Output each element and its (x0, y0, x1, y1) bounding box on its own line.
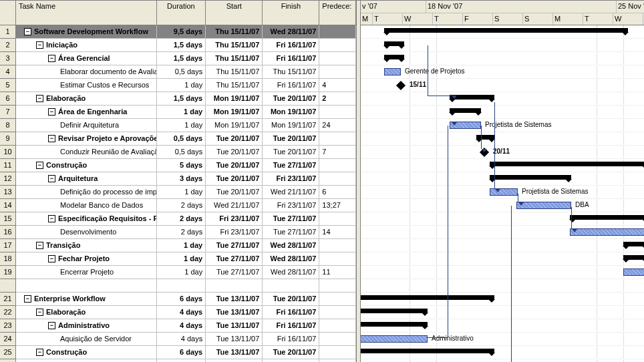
task-row[interactable]: Conduzir Reunião de Avaliaçã0,5 daysTue … (16, 146, 356, 159)
task-bar[interactable] (490, 188, 518, 196)
summary-bar[interactable] (623, 255, 644, 260)
collapse-toggle[interactable]: − (48, 175, 55, 182)
cell-pred[interactable] (319, 239, 356, 252)
cell-start[interactable]: Tue 27/11/07 (206, 252, 263, 265)
task-row[interactable]: −Fechar Projeto1 dayTue 27/11/07Wed 28/1… (16, 252, 356, 266)
cell-start[interactable]: Mon 19/11/07 (206, 106, 263, 118)
row-number[interactable]: 4 (0, 65, 15, 79)
cell-pred[interactable]: 24 (319, 119, 356, 132)
row-number[interactable]: 12 (0, 172, 15, 186)
cell-start[interactable]: Tue 27/11/07 (206, 266, 263, 279)
collapse-toggle[interactable]: − (48, 322, 55, 329)
task-row[interactable]: −Administrativo4 daysTue 13/11/07Fri 16/… (16, 319, 356, 333)
row-number[interactable]: 23 (0, 319, 15, 333)
task-row[interactable]: Encerrar Projeto1 dayTue 27/11/07Wed 28/… (16, 266, 356, 279)
col-taskname[interactable]: Task Name (16, 1, 157, 25)
task-row[interactable]: Desenvolvimento2 daysFri 23/11/07Tue 27/… (16, 226, 356, 239)
cell-dur[interactable]: 4 days (157, 319, 206, 332)
cell-pred[interactable] (319, 106, 356, 118)
cell-finish[interactable]: Tue 27/11/07 (263, 226, 319, 238)
cell-start[interactable]: Fri 23/11/07 (206, 226, 263, 238)
row-number[interactable]: 25 (0, 346, 15, 359)
row-number[interactable]: 3 (0, 52, 15, 65)
task-name-cell[interactable]: −Construção (16, 346, 157, 359)
cell-pred[interactable]: 13;27 (319, 199, 356, 212)
cell-start[interactable]: Thu 15/11/07 (206, 65, 263, 78)
cell-pred[interactable] (319, 65, 356, 78)
cell-pred[interactable]: 7 (319, 146, 356, 158)
cell-dur[interactable]: 0,5 days (157, 132, 206, 145)
cell-dur[interactable]: 1 day (157, 252, 206, 265)
task-name-cell[interactable]: −Fechar Projeto (16, 252, 157, 265)
row-number[interactable]: 14 (0, 199, 15, 212)
task-name-cell[interactable]: −Iniciação (16, 39, 157, 51)
cell-dur[interactable]: 1,5 days (157, 39, 206, 51)
task-row[interactable]: −Área Gerencial1,5 daysThu 15/11/07Fri 1… (16, 52, 356, 65)
row-number[interactable]: 26 (0, 359, 15, 362)
cell-start[interactable]: Tue 20/11/07 (206, 159, 263, 172)
col-start[interactable]: Start (206, 1, 263, 25)
cell-dur[interactable]: 1 day (157, 119, 206, 132)
task-name-cell[interactable]: Encerrar Projeto (16, 266, 157, 279)
task-bar[interactable] (570, 228, 644, 236)
task-row[interactable]: −Software Development Workflow9,5 daysTh… (16, 25, 356, 39)
cell-finish[interactable]: Wed 28/11/07 (263, 252, 319, 265)
cell-finish[interactable]: Wed 28/11/07 (263, 239, 319, 252)
cell-start[interactable]: Tue 20/11/07 (206, 172, 263, 185)
cell-pred[interactable]: 6 (319, 186, 356, 198)
task-name-cell[interactable]: −Recursos Humanos (16, 359, 157, 362)
gantt-chart[interactable]: Gerente de Projetos15/11Projetista de Si… (361, 25, 644, 362)
cell-finish[interactable]: Tue 27/11/07 (263, 159, 319, 172)
cell-finish[interactable]: Fri 16/11/07 (263, 39, 319, 51)
col-predecessors[interactable]: Predece: (319, 1, 356, 25)
collapse-toggle[interactable]: − (36, 162, 43, 169)
cell-start[interactable]: Tue 13/11/07 (206, 293, 263, 305)
cell-finish[interactable]: Fri 23/11/07 (263, 172, 319, 185)
task-name-cell[interactable]: Modelar Banco de Dados (16, 199, 157, 212)
cell-dur[interactable]: 9,5 days (157, 25, 206, 38)
task-row[interactable]: −Área de Engenharia1 dayMon 19/11/07Mon … (16, 106, 356, 119)
cell-finish[interactable]: Wed 28/11/07 (263, 25, 319, 38)
collapse-toggle[interactable]: − (24, 28, 31, 35)
row-number[interactable]: 24 (0, 333, 15, 346)
summary-bar[interactable] (361, 349, 494, 353)
task-row[interactable]: −Transição1 dayTue 27/11/07Wed 28/11/07 (16, 239, 356, 252)
task-row[interactable]: −Enterprise Workflow6 daysTue 13/11/07Tu… (16, 293, 356, 306)
task-row[interactable]: −Recursos Humanos6 daysTue 13/11/07Tue 2… (16, 359, 356, 362)
cell-pred[interactable]: 14 (319, 226, 356, 238)
cell-pred[interactable] (319, 346, 356, 359)
task-name-cell[interactable]: −Especificação Requisitos - Rel (16, 212, 157, 225)
summary-bar[interactable] (384, 41, 404, 46)
task-name-cell[interactable]: −Revisar Projeto e Aprovações (16, 132, 157, 145)
collapse-toggle[interactable]: − (24, 295, 31, 303)
cell-dur[interactable]: 1,5 days (157, 92, 206, 105)
cell-finish[interactable]: Fri 16/11/07 (263, 333, 319, 345)
cell-dur[interactable]: 2 days (157, 226, 206, 238)
cell-pred[interactable]: 11 (319, 266, 356, 279)
cell-dur[interactable] (157, 279, 206, 292)
row-number[interactable]: 16 (0, 226, 15, 239)
task-name-cell[interactable]: −Enterprise Workflow (16, 293, 157, 305)
collapse-toggle[interactable]: − (36, 95, 43, 102)
row-number[interactable]: 1 (0, 25, 15, 39)
cell-dur[interactable]: 6 days (157, 359, 206, 362)
cell-pred[interactable] (319, 333, 356, 345)
cell-start[interactable]: Tue 13/11/07 (206, 359, 263, 362)
task-name-cell[interactable]: −Arquitetura (16, 172, 157, 185)
col-finish[interactable]: Finish (263, 1, 319, 25)
cell-dur[interactable]: 1 day (157, 186, 206, 198)
cell-start[interactable]: Tue 20/11/07 (206, 146, 263, 158)
cell-finish[interactable]: Tue 20/11/07 (263, 92, 319, 105)
task-row[interactable]: −Revisar Projeto e Aprovações0,5 daysTue… (16, 132, 356, 146)
cell-dur[interactable]: 1 day (157, 239, 206, 252)
cell-dur[interactable]: 0,5 days (157, 146, 206, 158)
collapse-toggle[interactable]: − (36, 41, 43, 49)
cell-dur[interactable]: 1,5 days (157, 52, 206, 65)
cell-start[interactable]: Fri 23/11/07 (206, 212, 263, 225)
cell-dur[interactable]: 1 day (157, 106, 206, 118)
row-number[interactable]: 5 (0, 79, 15, 92)
task-name-cell[interactable]: −Construção (16, 159, 157, 172)
cell-finish[interactable]: Fri 16/11/07 (263, 306, 319, 319)
cell-start[interactable]: Thu 15/11/07 (206, 79, 263, 92)
task-row[interactable]: −Elaboração1,5 daysMon 19/11/07Tue 20/11… (16, 92, 356, 106)
